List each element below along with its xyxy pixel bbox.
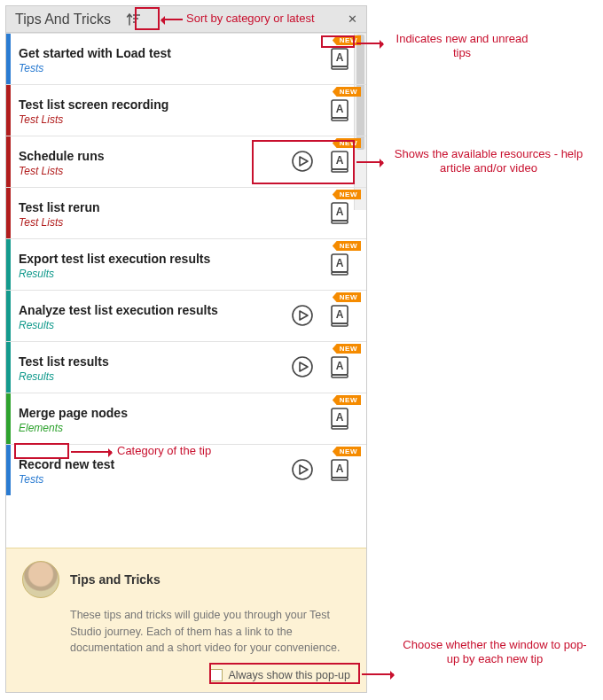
article-link[interactable]: A <box>327 457 352 485</box>
tip-resource-icons: A <box>327 406 359 433</box>
svg-text:A: A <box>336 411 344 424</box>
tip-text: Test list rerunTest Lists <box>19 200 327 229</box>
tip-row[interactable]: Test list screen recordingTest ListsANEW <box>6 84 366 136</box>
article-icon: A <box>327 97 352 122</box>
tip-resource-icons: A <box>327 97 359 125</box>
video-link[interactable] <box>290 149 315 176</box>
tip-category: Results <box>19 268 327 280</box>
panel-title: Tips And Tricks <box>15 12 111 27</box>
svg-rect-23 <box>332 323 348 326</box>
tip-resource-icons: A <box>327 252 359 279</box>
tip-text: Export test list execution resultsResult… <box>19 252 327 280</box>
tip-title: Test list rerun <box>19 200 327 214</box>
new-badge: NEW <box>333 241 361 251</box>
article-icon: A <box>327 200 352 225</box>
tip-row[interactable]: Export test list execution resultsResult… <box>6 238 366 290</box>
article-link[interactable]: A <box>327 200 352 228</box>
tip-title: Merge page nodes <box>19 406 327 420</box>
article-link[interactable]: A <box>327 303 352 331</box>
footer-title: Tips and Tricks <box>70 572 161 587</box>
video-link[interactable] <box>290 354 315 382</box>
article-link[interactable]: A <box>327 149 352 176</box>
video-link[interactable] <box>290 457 315 485</box>
article-icon: A <box>327 457 352 482</box>
tip-text: Analyze test list execution resultsResul… <box>19 303 290 331</box>
article-icon: A <box>327 252 352 276</box>
new-badge: NEW <box>333 447 361 456</box>
category-color-bar <box>6 393 11 444</box>
article-icon: A <box>327 46 352 71</box>
category-color-bar <box>6 342 11 393</box>
annotation-arrow <box>362 673 394 675</box>
tip-category: Results <box>19 319 290 331</box>
tip-category: Tests <box>19 473 290 486</box>
footer-body: These tips and tricks will guide you thr… <box>70 607 350 657</box>
tip-row[interactable]: Merge page nodesElementsANEW <box>6 393 366 444</box>
video-link[interactable] <box>290 303 315 331</box>
annotation-new: Indicates new and unread tips <box>387 32 537 61</box>
always-show-label: Always show this pop-up <box>228 669 350 681</box>
svg-point-9 <box>293 152 312 171</box>
tip-row[interactable]: Get started with Load testTestsANEW <box>6 33 366 84</box>
close-button[interactable]: ✕ <box>343 11 361 28</box>
svg-text:A: A <box>336 206 344 218</box>
article-link[interactable]: A <box>327 46 352 74</box>
video-icon <box>290 149 315 174</box>
svg-text:A: A <box>336 103 344 115</box>
tip-resource-icons: A <box>290 457 359 485</box>
article-link[interactable]: A <box>327 354 352 382</box>
tip-category: Test Lists <box>19 216 327 229</box>
annotation-arrow <box>356 161 383 163</box>
annotation-category: Category of the tip <box>117 444 211 458</box>
category-color-bar <box>6 136 11 187</box>
article-icon: A <box>327 406 352 431</box>
article-link[interactable]: A <box>327 97 352 125</box>
article-icon: A <box>327 149 352 174</box>
video-icon <box>290 457 315 482</box>
tip-title: Export test list execution results <box>19 252 327 266</box>
category-color-bar <box>6 34 11 84</box>
annotation-sort: Sort by category or latest <box>186 12 315 26</box>
category-color-bar <box>6 239 11 290</box>
tip-resource-icons: A <box>290 149 359 176</box>
tip-resource-icons: A <box>327 46 359 74</box>
article-link[interactable]: A <box>327 406 352 433</box>
sort-button[interactable] <box>123 9 145 30</box>
tip-text: Test list resultsResults <box>19 354 290 383</box>
article-icon: A <box>327 303 352 328</box>
tip-resource-icons: A <box>290 303 359 331</box>
new-badge: NEW <box>333 395 361 405</box>
tip-row[interactable]: Analyze test list execution resultsResul… <box>6 290 366 341</box>
annotation-arrow <box>161 19 183 20</box>
svg-rect-12 <box>332 169 348 172</box>
tip-row[interactable]: Schedule runsTest ListsANEW <box>6 136 366 187</box>
tip-title: Analyze test list execution results <box>19 303 290 317</box>
svg-rect-31 <box>332 426 348 429</box>
svg-rect-4 <box>332 66 348 69</box>
new-badge: NEW <box>333 190 361 199</box>
svg-point-25 <box>293 357 312 377</box>
annotation-popup: Choose whether the window to pop-up by e… <box>397 638 592 667</box>
annotation-resources: Shows the available resources - help art… <box>387 147 591 176</box>
svg-marker-10 <box>300 157 308 166</box>
tip-title: Get started with Load test <box>19 46 327 60</box>
svg-text:A: A <box>336 463 344 475</box>
svg-rect-36 <box>332 478 348 480</box>
category-color-bar <box>6 85 11 136</box>
new-badge: NEW <box>333 292 361 302</box>
svg-rect-28 <box>332 375 348 377</box>
tip-title: Schedule runs <box>19 149 290 163</box>
svg-marker-26 <box>300 362 308 371</box>
tip-title: Test list results <box>19 354 290 369</box>
always-show-checkbox[interactable] <box>210 669 223 681</box>
tip-row[interactable]: Test list rerunTest ListsANEW <box>6 187 366 238</box>
new-badge: NEW <box>333 87 361 97</box>
panel-footer: Tips and Tricks These tips and tricks wi… <box>6 548 366 692</box>
always-show-option[interactable]: Always show this pop-up <box>22 669 350 681</box>
svg-marker-21 <box>300 311 308 320</box>
article-link[interactable]: A <box>327 252 352 279</box>
annotation-arrow <box>71 451 112 453</box>
svg-text:A: A <box>336 154 344 167</box>
video-icon <box>290 303 315 328</box>
tip-row[interactable]: Test list resultsResultsANEW <box>6 341 366 393</box>
